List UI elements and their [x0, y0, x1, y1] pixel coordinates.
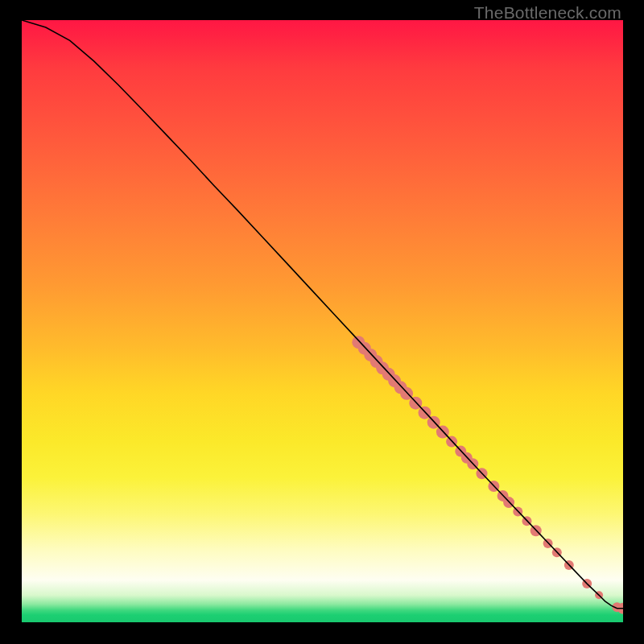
plot-area: [22, 20, 623, 622]
chart-svg: [22, 20, 623, 622]
watermark-text: TheBottleneck.com: [474, 3, 621, 23]
chart-stage: TheBottleneck.com: [0, 0, 644, 644]
curve-line: [22, 20, 623, 609]
